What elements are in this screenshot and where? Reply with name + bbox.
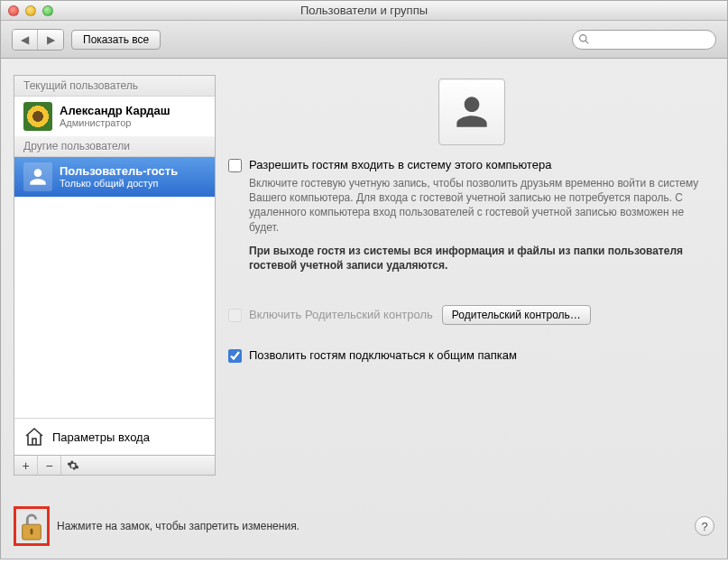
preferences-window: Пользователи и группы ◀ ▶ Показать все Т… xyxy=(0,0,728,559)
titlebar: Пользователи и группы xyxy=(1,1,727,21)
parental-label: Включить Родительский контроль xyxy=(249,308,433,321)
allow-guest-login-label[interactable]: Разрешить гостям входить в систему этого… xyxy=(249,158,551,171)
search-icon xyxy=(578,33,590,45)
toolbar: ◀ ▶ Показать все xyxy=(1,21,727,59)
user-list: Текущий пользователь Александр Кардаш Ад… xyxy=(14,75,216,418)
guest-logout-hint: При выходе гостя из системы вся информац… xyxy=(249,244,714,273)
guest-hint: Включите гостевую учетную запись, чтобы … xyxy=(249,176,714,235)
user-name: Александр Кардаш xyxy=(60,104,170,118)
login-options-label: Параметры входа xyxy=(52,430,150,444)
allow-shared-row: Позволить гостям подключаться к общим па… xyxy=(228,348,714,363)
avatar xyxy=(23,102,52,131)
avatar xyxy=(23,162,52,191)
panes: Текущий пользователь Александр Кардаш Ад… xyxy=(14,75,714,476)
main-pane: Разрешить гостям входить в систему этого… xyxy=(228,75,714,476)
parental-checkbox xyxy=(228,309,242,322)
remove-user-button[interactable]: − xyxy=(38,456,61,475)
allow-shared-label[interactable]: Позволить гостям подключаться к общим па… xyxy=(249,348,517,362)
svg-line-1 xyxy=(585,41,588,43)
allow-shared-checkbox[interactable] xyxy=(228,349,242,363)
parental-checkbox-row: Включить Родительский контроль xyxy=(228,308,433,322)
lock-text: Нажмите на замок, чтобы запретить измене… xyxy=(57,520,299,532)
nav-buttons: ◀ ▶ xyxy=(12,29,64,51)
show-all-button[interactable]: Показать все xyxy=(71,30,161,50)
sidebar: Текущий пользователь Александр Кардаш Ад… xyxy=(14,75,216,476)
guest-avatar-large[interactable] xyxy=(438,79,505,145)
search-wrap xyxy=(572,30,716,50)
person-icon xyxy=(26,165,50,189)
open-parental-controls-button[interactable]: Родительский контроль… xyxy=(442,305,591,325)
user-role: Только общий доступ xyxy=(60,178,178,190)
help-button[interactable]: ? xyxy=(695,516,714,536)
sidebar-item-current-user[interactable]: Александр Кардаш Администратор xyxy=(14,97,215,136)
house-icon xyxy=(23,426,45,448)
back-button[interactable]: ◀ xyxy=(13,30,38,50)
svg-rect-2 xyxy=(31,529,33,535)
user-name: Пользователь-гость xyxy=(60,164,178,179)
person-icon xyxy=(449,89,494,134)
section-current-user: Текущий пользователь xyxy=(14,76,215,97)
login-options-button[interactable]: Параметры входа xyxy=(14,418,216,456)
lock-highlight xyxy=(14,506,50,546)
user-role: Администратор xyxy=(60,117,170,129)
svg-point-0 xyxy=(580,34,586,41)
lock-row: Нажмите на замок, чтобы запретить измене… xyxy=(14,501,714,550)
sidebar-item-guest[interactable]: Пользователь-гость Только общий доступ xyxy=(14,157,215,197)
forward-button[interactable]: ▶ xyxy=(38,30,63,50)
window-title: Пользователи и группы xyxy=(1,4,727,17)
search-input[interactable] xyxy=(572,30,716,50)
allow-guest-login-checkbox[interactable] xyxy=(228,159,242,172)
section-other-users: Другие пользователи xyxy=(14,136,215,157)
add-user-button[interactable]: + xyxy=(14,456,38,475)
parental-row: Включить Родительский контроль Родительс… xyxy=(228,305,714,325)
allow-guest-login-row: Разрешить гостям входить в систему этого… xyxy=(228,158,714,172)
action-menu-button[interactable] xyxy=(61,456,85,475)
user-text: Александр Кардаш Администратор xyxy=(60,104,170,130)
content: Текущий пользователь Александр Кардаш Ад… xyxy=(1,59,727,559)
user-text: Пользователь-гость Только общий доступ xyxy=(60,164,178,190)
sidebar-footer: + − xyxy=(14,456,216,476)
gear-icon xyxy=(67,459,79,472)
unlock-icon[interactable] xyxy=(18,511,45,541)
